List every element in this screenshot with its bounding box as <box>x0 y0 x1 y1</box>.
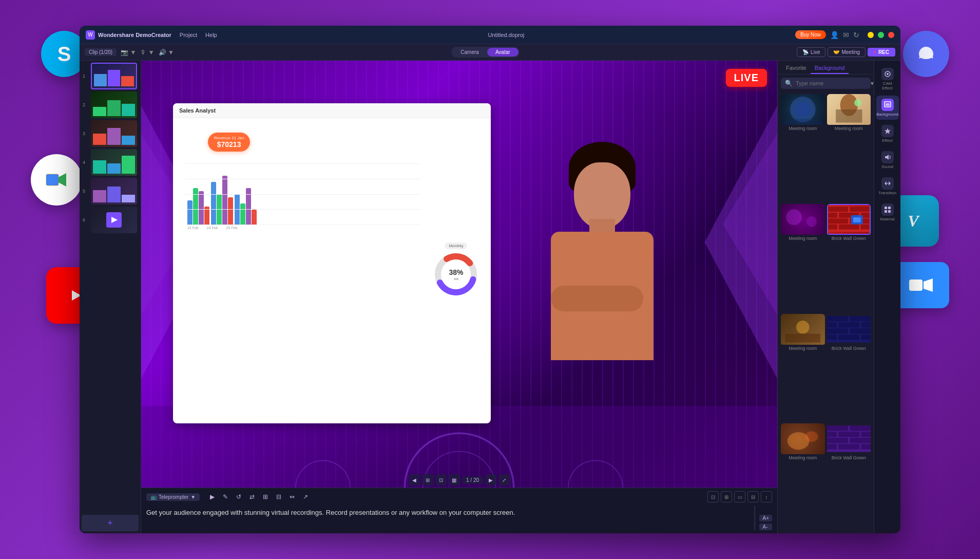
next-frame-button[interactable]: ▶ <box>485 474 496 486</box>
list-item[interactable]: 4 <box>82 149 139 176</box>
expand-icon[interactable]: ⊞ <box>260 492 271 502</box>
list-item[interactable]: 1 <box>82 63 139 89</box>
teleprompter-icon: 📺 <box>150 494 157 500</box>
shuffle-icon[interactable]: ⇄ <box>247 492 257 502</box>
chart-area: Revenue 21 Jan $70213 <box>177 122 421 418</box>
teleprompter-dropdown-icon: ▼ <box>190 494 196 500</box>
sidebar-item-transition[interactable]: Transition <box>876 174 899 198</box>
person-overlay <box>459 103 746 488</box>
avatar-mode-tab[interactable]: Avatar <box>487 48 518 57</box>
app-name: Wondershare DemoCreator <box>98 32 171 38</box>
shrink-icon[interactable]: ⊟ <box>274 492 284 502</box>
clip-thumbnail <box>91 149 137 176</box>
minimize-button[interactable] <box>868 32 874 38</box>
transition-icon <box>881 177 894 190</box>
search-input[interactable] <box>796 80 867 86</box>
effect-label: Effect <box>882 138 892 143</box>
clip-list: 1 2 <box>80 61 141 513</box>
fit-view-button[interactable]: ⤢ <box>498 474 510 486</box>
svg-rect-63 <box>861 432 871 437</box>
svg-rect-26 <box>836 109 862 123</box>
prev-frame-button[interactable]: ◀ <box>409 474 420 486</box>
increase-text-size[interactable]: A+ <box>759 515 772 521</box>
grid-view-button[interactable]: ▦ <box>449 474 460 486</box>
thumbnail-view-button[interactable]: ⊞ <box>422 474 433 486</box>
revenue-label: Revenue 21 Jan <box>214 136 244 140</box>
sidebar-item-effect[interactable]: Effect <box>876 122 899 146</box>
list-item[interactable]: 6 <box>82 207 139 233</box>
list-item[interactable]: 2 <box>82 91 139 118</box>
list-item[interactable]: Brick Wall Green <box>827 314 871 422</box>
rec-button[interactable]: REC <box>868 48 895 57</box>
refresh-icon[interactable]: ↻ <box>853 31 859 39</box>
teleprompter-right-controls: ⊡ ⊞ ▭ ⊟ ↕ <box>707 491 772 502</box>
list-item[interactable]: Brick Wall Green <box>827 423 871 531</box>
camera-settings-icon[interactable]: 📷 ▼ <box>121 49 136 56</box>
revenue-badge: Revenue 21 Jan $70213 <box>208 133 250 152</box>
sidebar-item-cam-effect[interactable]: CAM Effect <box>876 65 899 94</box>
background-label: Brick Wall Green <box>827 345 871 352</box>
tab-background[interactable]: Background <box>811 63 849 74</box>
app-logo: W Wondershare DemoCreator <box>86 30 171 40</box>
display-option-4[interactable]: ⊟ <box>747 491 759 502</box>
list-item[interactable]: 5 <box>82 178 139 204</box>
bar-chart <box>185 163 421 225</box>
project-title: Untitled.doproj <box>488 32 524 38</box>
canvas-controls: ◀ ⊞ ⊡ ▦ 1 / 20 ▶ ⤢ <box>409 474 510 486</box>
background-label: Meeting room <box>827 125 871 132</box>
background-label: Brick Wall Green <box>827 235 871 242</box>
display-option-3[interactable]: ▭ <box>734 491 745 502</box>
user-icon[interactable]: 👤 <box>830 31 839 39</box>
list-item[interactable]: Meeting room <box>781 204 825 312</box>
display-option-1[interactable]: ⊡ <box>707 491 719 502</box>
background-thumbnail <box>827 204 871 235</box>
list-item[interactable]: Meeting room <box>781 94 825 202</box>
add-clip-button[interactable]: + <box>82 515 139 531</box>
buy-now-button[interactable]: Buy Now <box>795 30 826 39</box>
svg-point-43 <box>796 320 810 333</box>
sidebar-item-material[interactable]: Material <box>876 200 899 225</box>
speaker-settings-icon[interactable]: 🔊 ▼ <box>159 49 174 56</box>
list-item[interactable]: Brick Wall Green <box>827 204 871 312</box>
share-icon[interactable]: ↗ <box>300 492 311 502</box>
tab-favorite[interactable]: Favorite <box>782 63 811 74</box>
decrease-text-size[interactable]: A- <box>759 524 772 530</box>
mail-icon[interactable]: ✉ <box>843 31 849 39</box>
meeting-button[interactable]: 🤝 Meeting <box>828 47 866 57</box>
sidebar-item-background[interactable]: Background <box>876 96 899 120</box>
display-option-2[interactable]: ⊞ <box>721 491 732 502</box>
svg-rect-46 <box>827 316 848 321</box>
mirror-icon[interactable]: ⇔ <box>287 492 297 502</box>
menu-help[interactable]: Help <box>205 32 217 38</box>
loop-icon[interactable]: ↺ <box>234 492 244 502</box>
menu-project[interactable]: Project <box>180 32 197 38</box>
live-button[interactable]: 📡 Live <box>797 47 825 57</box>
sidebar-item-sound[interactable]: Sound <box>876 148 899 172</box>
svg-rect-44 <box>785 333 820 342</box>
fullscreen-button[interactable]: ⊡ <box>435 474 447 486</box>
maximize-button[interactable] <box>878 32 884 38</box>
svg-rect-42 <box>853 217 860 222</box>
list-item[interactable]: Meeting room <box>781 314 825 422</box>
teleprompter-label[interactable]: 📺 Teleprompter ▼ <box>146 493 200 501</box>
scroll-down-button[interactable]: ↕ <box>761 491 772 502</box>
effect-icon <box>881 125 894 137</box>
background-label: Meeting room <box>781 125 825 132</box>
edit-icon[interactable]: ✎ <box>220 492 230 502</box>
toolbar: Clip (1/20) 📷 ▼ 🎙 ▼ 🔊 ▼ Camera Avatar 📡 … <box>80 44 900 61</box>
mic-settings-icon[interactable]: 🎙 ▼ <box>140 49 154 56</box>
svg-rect-62 <box>838 432 859 437</box>
play-icon[interactable]: ▶ <box>207 492 217 502</box>
right-panel-tabs: Favorite Background <box>778 61 874 74</box>
list-item[interactable]: 3 <box>82 120 139 147</box>
background-label: Brick Wall Green <box>827 454 871 461</box>
close-button[interactable] <box>888 32 894 38</box>
camera-mode-tab[interactable]: Camera <box>452 48 487 57</box>
background-thumbnail <box>781 204 825 235</box>
list-item[interactable]: Meeting room <box>781 423 825 531</box>
list-item[interactable]: Meeting room <box>827 94 871 202</box>
background-grid: Meeting room Meeti <box>778 92 874 533</box>
background-label: Meeting room <box>781 454 825 461</box>
svg-rect-49 <box>838 322 859 327</box>
search-icon: 🔍 <box>785 80 793 87</box>
